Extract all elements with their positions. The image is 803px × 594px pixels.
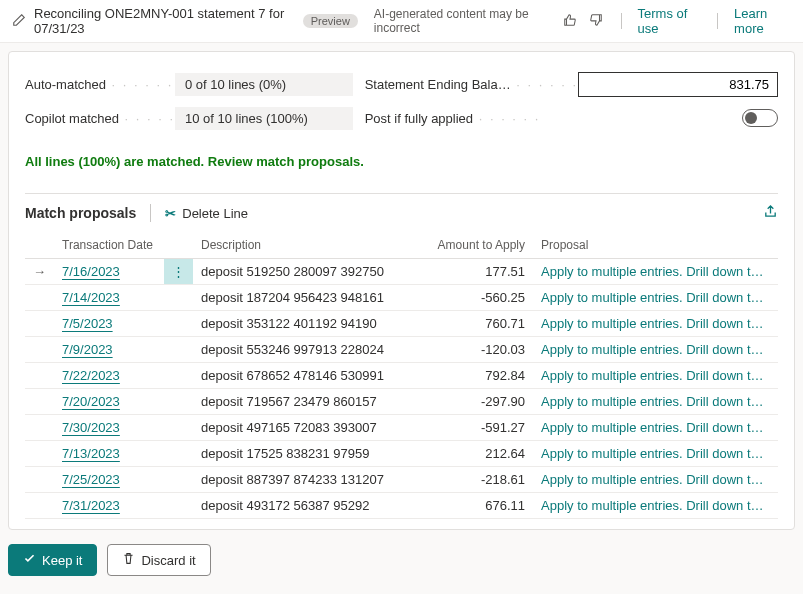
transaction-date-link[interactable]: 7/30/2023 [62, 420, 120, 435]
discard-it-button[interactable]: Discard it [107, 544, 210, 576]
row-proposal-link[interactable]: Apply to multiple entries. Drill down to… [533, 467, 778, 493]
transaction-date-link[interactable]: 7/13/2023 [62, 446, 120, 461]
ai-note: AI-generated content may be incorrect [374, 7, 549, 35]
row-description: deposit 678652 478146 530991 [193, 363, 423, 389]
row-proposal-link[interactable]: Apply to multiple entries. Drill down to… [533, 363, 778, 389]
table-row[interactable]: 7/20/2023deposit 719567 23479 860157-297… [25, 389, 778, 415]
transaction-date-link[interactable]: 7/20/2023 [62, 394, 120, 409]
row-menu[interactable] [164, 363, 193, 389]
share-icon[interactable] [763, 204, 778, 222]
delete-line-icon: ✂ [165, 206, 176, 221]
thumbs-up-icon[interactable] [561, 13, 579, 30]
table-row[interactable]: 7/13/2023deposit 17525 838231 97959212.6… [25, 441, 778, 467]
row-menu[interactable] [164, 285, 193, 311]
row-proposal-link[interactable]: Apply to multiple entries. Drill down to… [533, 441, 778, 467]
row-amount: 676.11 [423, 493, 533, 519]
row-description: deposit 553246 997913 228024 [193, 337, 423, 363]
divider [621, 13, 622, 29]
preview-badge: Preview [303, 14, 358, 28]
transaction-date-link[interactable]: 7/14/2023 [62, 290, 120, 305]
page-title: Reconciling ONE2MNY-001 statement 7 for … [34, 6, 295, 36]
row-amount: 792.84 [423, 363, 533, 389]
row-menu[interactable] [164, 311, 193, 337]
auto-matched-label: Auto-matched [25, 77, 175, 92]
table-row[interactable]: 7/22/2023deposit 678652 478146 530991792… [25, 363, 778, 389]
row-indicator [25, 363, 54, 389]
keep-it-button[interactable]: Keep it [8, 544, 97, 576]
row-description: deposit 719567 23479 860157 [193, 389, 423, 415]
transaction-date-link[interactable]: 7/31/2023 [62, 498, 120, 513]
delete-line-label: Delete Line [182, 206, 248, 221]
col-description[interactable]: Description [193, 234, 423, 259]
row-menu[interactable] [164, 467, 193, 493]
delete-line-button[interactable]: ✂ Delete Line [165, 206, 248, 221]
row-menu[interactable]: ⋮ [164, 259, 193, 285]
edit-icon[interactable] [12, 13, 26, 30]
transaction-date-link[interactable]: 7/22/2023 [62, 368, 120, 383]
match-proposals-title: Match proposals [25, 205, 136, 221]
col-proposal[interactable]: Proposal [533, 234, 778, 259]
transaction-date-link[interactable]: 7/25/2023 [62, 472, 120, 487]
row-description: deposit 17525 838231 97959 [193, 441, 423, 467]
section-header: Match proposals ✂ Delete Line [25, 204, 778, 222]
divider [717, 13, 718, 29]
row-indicator [25, 337, 54, 363]
main-card: Auto-matched 0 of 10 lines (0%) Copilot … [8, 51, 795, 530]
row-indicator [25, 467, 54, 493]
row-amount: -120.03 [423, 337, 533, 363]
row-indicator: → [25, 259, 54, 285]
statement-balance-input[interactable] [578, 72, 778, 97]
transaction-date-link[interactable]: 7/16/2023 [62, 264, 120, 279]
row-amount: 177.51 [423, 259, 533, 285]
row-menu[interactable] [164, 389, 193, 415]
discard-it-label: Discard it [141, 553, 195, 568]
table-row[interactable]: 7/5/2023deposit 353122 401192 94190760.7… [25, 311, 778, 337]
col-date[interactable]: Transaction Date [54, 234, 164, 259]
check-icon [23, 552, 36, 568]
row-proposal-link[interactable]: Apply to multiple entries. Drill down to… [533, 493, 778, 519]
col-amount[interactable]: Amount to Apply [423, 234, 533, 259]
row-proposal-link[interactable]: Apply to multiple entries. Drill down to… [533, 337, 778, 363]
row-proposal-link[interactable]: Apply to multiple entries. Drill down to… [533, 285, 778, 311]
footer: Keep it Discard it [0, 530, 803, 576]
row-indicator [25, 493, 54, 519]
proposals-table: Transaction Date Description Amount to A… [25, 234, 778, 519]
auto-matched-value: 0 of 10 lines (0%) [175, 73, 353, 96]
row-menu[interactable] [164, 415, 193, 441]
row-description: deposit 353122 401192 94190 [193, 311, 423, 337]
more-icon: ⋮ [172, 264, 185, 279]
terms-link[interactable]: Terms of use [638, 6, 702, 36]
row-indicator [25, 311, 54, 337]
row-menu[interactable] [164, 441, 193, 467]
table-row[interactable]: 7/25/2023deposit 887397 874233 131207-21… [25, 467, 778, 493]
keep-it-label: Keep it [42, 553, 82, 568]
table-row[interactable]: 7/30/2023deposit 497165 72083 393007-591… [25, 415, 778, 441]
row-menu[interactable] [164, 337, 193, 363]
divider [150, 204, 151, 222]
row-amount: -218.61 [423, 467, 533, 493]
table-row[interactable]: 7/31/2023deposit 493172 56387 95292676.1… [25, 493, 778, 519]
row-indicator [25, 415, 54, 441]
row-proposal-link[interactable]: Apply to multiple entries. Drill down to… [533, 389, 778, 415]
summary-grid: Auto-matched 0 of 10 lines (0%) Copilot … [25, 70, 778, 138]
table-row[interactable]: 7/14/2023deposit 187204 956423 948161-56… [25, 285, 778, 311]
row-amount: 760.71 [423, 311, 533, 337]
row-description: deposit 493172 56387 95292 [193, 493, 423, 519]
row-description: deposit 187204 956423 948161 [193, 285, 423, 311]
row-proposal-link[interactable]: Apply to multiple entries. Drill down to… [533, 259, 778, 285]
transaction-date-link[interactable]: 7/9/2023 [62, 342, 113, 357]
row-menu[interactable] [164, 493, 193, 519]
row-proposal-link[interactable]: Apply to multiple entries. Drill down to… [533, 311, 778, 337]
table-row[interactable]: →7/16/2023⋮deposit 519250 280097 3927501… [25, 259, 778, 285]
transaction-date-link[interactable]: 7/5/2023 [62, 316, 113, 331]
post-if-applied-label: Post if fully applied [365, 111, 738, 126]
table-row[interactable]: 7/9/2023deposit 553246 997913 228024-120… [25, 337, 778, 363]
divider [25, 193, 778, 194]
thumbs-down-icon[interactable] [587, 13, 605, 30]
row-description: deposit 497165 72083 393007 [193, 415, 423, 441]
post-if-applied-toggle[interactable] [742, 109, 778, 127]
row-description: deposit 519250 280097 392750 [193, 259, 423, 285]
row-description: deposit 887397 874233 131207 [193, 467, 423, 493]
learn-more-link[interactable]: Learn more [734, 6, 791, 36]
row-proposal-link[interactable]: Apply to multiple entries. Drill down to… [533, 415, 778, 441]
